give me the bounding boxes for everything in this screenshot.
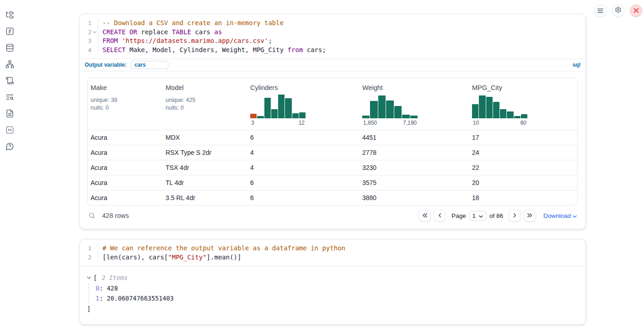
table-column-header: Cylinders312	[247, 84, 360, 126]
help-chat-icon[interactable]	[5, 142, 14, 151]
tree-entries: 0: 4281: 20.060747663551403	[89, 283, 578, 304]
column-label[interactable]: Cylinders	[250, 84, 278, 91]
output-variable-input[interactable]	[131, 61, 168, 69]
code-text: # We can reference the output variable a…	[98, 244, 345, 253]
collapse-chevron-icon[interactable]	[87, 276, 91, 279]
code-line[interactable]: 2CREATE OR replace TABLE cars as	[80, 28, 585, 37]
histogram-bar	[378, 95, 386, 118]
histogram-bar	[370, 101, 377, 118]
histogram-bar	[264, 98, 271, 119]
table-cell: Acura	[88, 149, 163, 156]
fold-chevron-icon[interactable]	[91, 28, 97, 37]
axis-max-label: 60	[521, 120, 526, 126]
code-editor[interactable]: 1-- Download a CSV and create an in-memo…	[80, 14, 585, 58]
python-cell: 1# We can reference the output variable …	[79, 239, 586, 324]
tree-entry-value: : 20.060747663551403	[99, 295, 174, 302]
histogram-bar	[257, 116, 263, 119]
data-table: Makeunique: 38nulls: 0Modelunique: 425nu…	[87, 78, 578, 206]
tree-entry-key: 1	[96, 295, 99, 302]
python-output: [ 2 Items 0: 4281: 20.060747663551403 ]	[80, 266, 585, 324]
column-label[interactable]: Weight	[362, 84, 383, 91]
settings-button[interactable]	[612, 5, 624, 17]
scroll-icon[interactable]	[5, 76, 14, 85]
table-row: AcuraMDX6445117	[88, 130, 577, 145]
code-snippets-icon[interactable]	[5, 126, 14, 134]
table-cell: 4451	[360, 134, 469, 141]
next-page-button[interactable]	[509, 210, 521, 222]
table-row: AcuraRSX Type S 2dr4277824	[88, 145, 577, 160]
table-cell: Acura	[88, 164, 163, 171]
search-icon[interactable]	[88, 212, 96, 219]
stat-line: unique: 425	[166, 96, 247, 104]
line-number: 1	[80, 244, 91, 253]
histogram-bar	[299, 112, 306, 119]
sql-cell: 1-- Download a CSV and create an in-memo…	[79, 14, 586, 229]
chevrons-right-icon	[527, 211, 533, 220]
function-square-icon[interactable]	[5, 27, 14, 36]
column-histogram: 1,8507,190	[362, 95, 418, 126]
axis-min-label: 1,850	[363, 120, 377, 126]
code-line[interactable]: 3FROM 'https://datasets.marimo.app/cars.…	[80, 37, 585, 46]
code-text: CREATE OR replace TABLE cars as	[98, 28, 222, 37]
histogram-axis: 1,8507,190	[362, 120, 418, 126]
logs-search-icon[interactable]	[5, 93, 14, 101]
page-select[interactable]: 1	[469, 211, 486, 221]
histogram-bar	[521, 114, 527, 119]
menu-button[interactable]	[594, 5, 606, 17]
code-line[interactable]: 4SELECT Make, Model, Cylinders, Weight, …	[80, 46, 585, 55]
chevron-down-icon	[573, 212, 577, 219]
table-cell: 3575	[360, 179, 469, 186]
download-button[interactable]: Download	[543, 212, 577, 219]
last-page-button[interactable]	[524, 210, 536, 222]
code-line[interactable]: 1-- Download a CSV and create an in-memo…	[80, 19, 585, 28]
chevron-right-icon	[513, 211, 517, 220]
table-footer: 428 rows Page 1 of 86	[87, 208, 578, 223]
histogram-bar	[507, 111, 513, 118]
language-badge[interactable]: sql	[573, 62, 580, 68]
tree-entry: 1: 20.060747663551403	[96, 293, 578, 304]
table-cell: 22	[469, 164, 577, 171]
table-cell: 3880	[360, 194, 469, 201]
sql-output: Makeunique: 38nulls: 0Modelunique: 425nu…	[80, 71, 585, 229]
file-tree-icon[interactable]	[5, 11, 14, 19]
axis-max-label: 12	[299, 120, 305, 126]
dependency-graph-icon[interactable]	[5, 60, 14, 69]
table-cell: MDX	[163, 134, 247, 141]
document-icon[interactable]	[5, 109, 14, 118]
code-line[interactable]: 2[len(cars), cars["MPG_City"].mean()]	[80, 253, 585, 262]
column-label[interactable]: Make	[91, 84, 107, 91]
prev-page-button[interactable]	[434, 210, 446, 222]
code-line[interactable]: 1# We can reference the output variable …	[80, 244, 585, 253]
database-icon[interactable]	[5, 43, 14, 52]
table-cell: 4	[247, 149, 360, 156]
histogram-bar	[250, 114, 257, 118]
table-cell: 18	[469, 194, 577, 201]
histogram-bar	[285, 98, 291, 118]
histogram-bar	[486, 97, 493, 118]
tree-entry: 0: 428	[96, 283, 578, 294]
tree-root: [ 2 Items	[87, 274, 578, 282]
shutdown-button[interactable]	[630, 5, 642, 17]
table-cell: 17	[469, 134, 577, 141]
first-page-button[interactable]	[419, 210, 431, 222]
fold-spacer	[91, 46, 97, 55]
table-column-header: MPG_City1060	[469, 84, 577, 126]
page-label: Page	[451, 212, 466, 219]
histogram-bar	[402, 115, 409, 118]
table-cell: 2778	[360, 149, 469, 156]
table-column-header: Makeunique: 38nulls: 0	[88, 84, 163, 126]
table-cell: TL 4dr	[163, 179, 247, 186]
code-text: FROM 'https://datasets.marimo.app/cars.c…	[98, 37, 272, 46]
close-icon	[633, 7, 639, 15]
line-number: 2	[80, 253, 91, 262]
column-label[interactable]: MPG_City	[472, 84, 502, 91]
table-cell: 6	[247, 194, 360, 201]
line-number: 1	[80, 19, 91, 28]
axis-min-label: 3	[251, 120, 254, 126]
column-label[interactable]: Model	[166, 84, 184, 91]
code-editor[interactable]: 1# We can reference the output variable …	[80, 239, 585, 266]
fold-spacer	[91, 19, 97, 28]
table-cell: Acura	[88, 134, 163, 141]
chevron-down-icon	[479, 212, 483, 219]
histogram-bar	[362, 116, 370, 118]
